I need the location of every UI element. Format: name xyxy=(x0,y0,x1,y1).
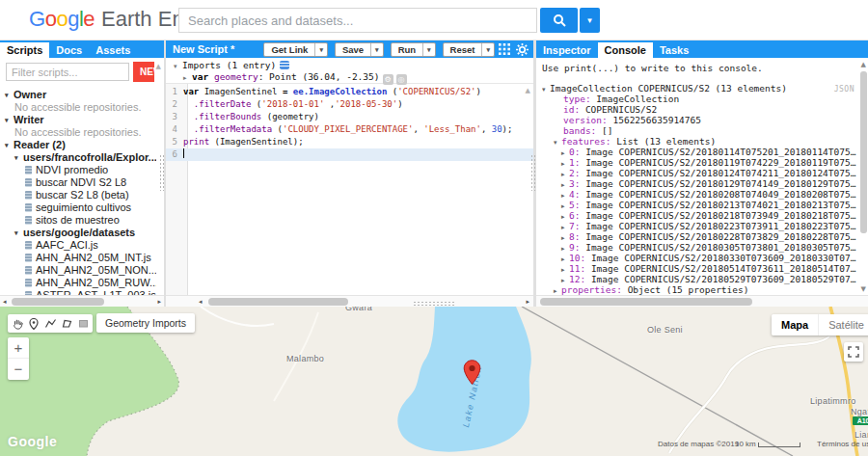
script-file-item[interactable]: seguimiento cultivos xyxy=(0,201,156,214)
code-line[interactable]: 4 .filterMetadata ('CLOUDY_PIXEL_PERCENT… xyxy=(166,123,533,136)
scroll-left-icon[interactable]: ◂ xyxy=(199,298,203,306)
tree-section-writer[interactable]: ▾Writer xyxy=(0,114,156,126)
feature-item[interactable]: ▸0: Image COPERNICUS/S2/20180114T075201_… xyxy=(542,147,856,157)
comment-icon[interactable] xyxy=(280,61,289,69)
collapse-icon[interactable]: ▾ xyxy=(542,85,550,94)
line-draw-tool[interactable] xyxy=(43,316,57,331)
new-script-button[interactable]: NEW xyxy=(133,62,154,82)
feature-item[interactable]: ▸4: Image COPERNICUS/S2/20180208T074049_… xyxy=(542,189,856,200)
chevron-down-icon[interactable]: ▾ xyxy=(481,43,494,56)
console-result-header[interactable]: ▾ImageCollection COPERNICUS/S2 (13 eleme… xyxy=(542,83,856,94)
polygon-draw-tool[interactable] xyxy=(60,316,73,331)
scripts-horizontal-scrollbar[interactable]: ◂ ▸ xyxy=(0,295,164,307)
feature-item[interactable]: ▸7: Image COPERNICUS/S2/20180223T073911_… xyxy=(542,221,856,231)
properties-row[interactable]: ▸properties: Object (15 properties) xyxy=(542,284,856,295)
tab-tasks[interactable]: Tasks xyxy=(653,42,695,58)
scroll-up-icon[interactable]: ▲ xyxy=(156,63,161,70)
expand-icon[interactable]: ▸ xyxy=(561,212,569,221)
expand-icon[interactable]: ▸ xyxy=(561,223,569,231)
chevron-down-icon[interactable]: ▾ xyxy=(14,151,23,164)
zoom-in-button[interactable]: + xyxy=(8,337,29,359)
script-file-item[interactable]: NDVI promedio xyxy=(0,164,156,176)
run-button[interactable]: Run▾ xyxy=(391,42,436,57)
feature-item[interactable]: ▸6: Image COPERNICUS/S2/20180218T073949_… xyxy=(542,210,856,221)
geometry-imports-button[interactable]: Geometry Imports xyxy=(96,313,195,333)
expand-icon[interactable]: ▸ xyxy=(561,159,569,168)
chevron-down-icon[interactable]: ▾ xyxy=(5,139,14,151)
chevron-down-icon[interactable]: ▾ xyxy=(14,227,23,239)
feature-item[interactable]: ▸9: Image COPERNICUS/S2/20180305T073801_… xyxy=(542,242,856,253)
search-button[interactable] xyxy=(540,8,578,33)
features-header[interactable]: ▾features: List (13 elements) xyxy=(542,136,856,147)
feature-item[interactable]: ▸5: Image COPERNICUS/S2/20180213T074021_… xyxy=(542,200,856,210)
script-file-item[interactable]: AHN_AHN2_05M_NON... xyxy=(0,264,156,277)
expand-icon[interactable]: ▸ xyxy=(561,148,569,157)
feature-item[interactable]: ▸11: Image COPERNICUS/S2/20180514T073611… xyxy=(542,263,856,274)
tab-assets[interactable]: Assets xyxy=(89,42,137,58)
collapse-icon[interactable]: ▾ xyxy=(174,61,182,72)
scroll-down-icon[interactable]: ▼ xyxy=(861,285,866,293)
fullscreen-button[interactable] xyxy=(844,342,863,362)
expand-icon[interactable]: ▸ xyxy=(554,286,561,295)
script-file-item[interactable]: AAFC_ACI.js xyxy=(0,239,156,252)
scroll-up-icon[interactable]: ▲ xyxy=(861,61,866,68)
panel-resize-handle[interactable] xyxy=(159,154,165,191)
map-resize-handle[interactable] xyxy=(413,301,455,307)
repository-item[interactable]: ▾users/francofrolla/Explor... xyxy=(0,151,156,164)
code-area[interactable]: 1var ImagenSentinel = ee.ImageCollection… xyxy=(166,86,533,161)
tab-scripts[interactable]: Scripts xyxy=(0,42,49,58)
script-file-item[interactable]: buscar NDVI S2 L8 xyxy=(0,176,156,189)
terms-of-use-link[interactable]: Términos de uso xyxy=(817,440,868,448)
scrollbar-thumb[interactable] xyxy=(208,298,348,306)
save-button[interactable]: Save▾ xyxy=(335,42,384,57)
expand-icon[interactable]: ▸ xyxy=(561,180,569,189)
chevron-down-icon[interactable]: ▾ xyxy=(5,114,14,126)
repository-item[interactable]: ▾users/google/datasets xyxy=(0,227,156,239)
chevron-down-icon[interactable]: ▾ xyxy=(422,43,435,56)
expand-icon[interactable]: ▸ xyxy=(561,201,569,210)
geometry-import-row[interactable]: ▸var geometry: Point (36.04, -2.35)⚙◎ xyxy=(174,71,533,83)
pan-hand-tool[interactable] xyxy=(11,316,24,331)
feature-item[interactable]: ▸10: Image COPERNICUS/S2/20180330T073609… xyxy=(542,253,856,263)
code-line[interactable]: 2 .filterDate ('2018-01-01' ,'2018-05-30… xyxy=(166,98,533,111)
maptype-satélite[interactable]: Satélite xyxy=(818,314,868,335)
expand-icon[interactable]: ▸ xyxy=(183,72,192,84)
scroll-left-icon[interactable]: ◂ xyxy=(3,298,7,306)
rectangle-draw-tool[interactable] xyxy=(76,316,90,331)
search-options-dropdown[interactable]: ▼ xyxy=(580,8,600,33)
settings-button[interactable] xyxy=(514,42,529,56)
tree-section-reader[interactable]: ▾Reader (2) xyxy=(0,139,156,151)
zoom-out-button[interactable]: − xyxy=(8,359,29,380)
map[interactable]: Lake Natron Geometry Imports + − MapaSat… xyxy=(0,307,868,456)
panel-resize-handle[interactable] xyxy=(530,154,536,191)
expand-icon[interactable]: ▸ xyxy=(561,244,569,253)
scrollbar-thumb[interactable] xyxy=(860,71,867,233)
expand-icon[interactable]: ▸ xyxy=(561,276,569,284)
code-line[interactable]: 3 .filterBounds (geometry) xyxy=(166,111,533,123)
map-pin-icon[interactable] xyxy=(463,360,481,386)
imports-header-row[interactable]: ▾Imports (1 entry) xyxy=(174,60,533,71)
script-file-item[interactable]: AHN_AHN2_05M_RUW... xyxy=(0,277,156,289)
collapse-icon[interactable]: ▾ xyxy=(554,138,561,147)
reset-button[interactable]: Reset▾ xyxy=(443,42,495,57)
feature-item[interactable]: ▸8: Image COPERNICUS/S2/20180228T073829_… xyxy=(542,231,856,242)
code-line[interactable]: 6 xyxy=(166,148,533,161)
feature-item[interactable]: ▸12: Image COPERNICUS/S2/20180529T073609… xyxy=(542,274,856,284)
expand-icon[interactable]: ▸ xyxy=(561,255,569,263)
scrollbar-thumb[interactable] xyxy=(540,298,752,306)
json-toggle[interactable]: JSON xyxy=(834,84,854,94)
editor-horizontal-scrollbar[interactable]: ◂ ▸ xyxy=(166,295,533,307)
tab-inspector[interactable]: Inspector xyxy=(536,42,598,58)
expand-icon[interactable]: ▸ xyxy=(561,191,569,200)
chevron-down-icon[interactable]: ▾ xyxy=(5,89,14,101)
expand-icon[interactable]: ▸ xyxy=(561,170,569,178)
scrollbar-thumb[interactable] xyxy=(12,298,104,306)
scroll-right-icon[interactable]: ▸ xyxy=(157,298,161,306)
feature-item[interactable]: ▸1: Image COPERNICUS/S2/20180119T074229_… xyxy=(542,157,856,168)
apps-grid-button[interactable] xyxy=(497,42,512,56)
center-map-icon[interactable]: ◎ xyxy=(396,74,407,85)
script-file-item[interactable]: sitos de muestreo xyxy=(0,214,156,227)
chevron-down-icon[interactable]: ▾ xyxy=(370,43,383,56)
feature-item[interactable]: ▸2: Image COPERNICUS/S2/20180124T074211_… xyxy=(542,168,856,178)
expand-icon[interactable]: ▸ xyxy=(561,233,569,242)
